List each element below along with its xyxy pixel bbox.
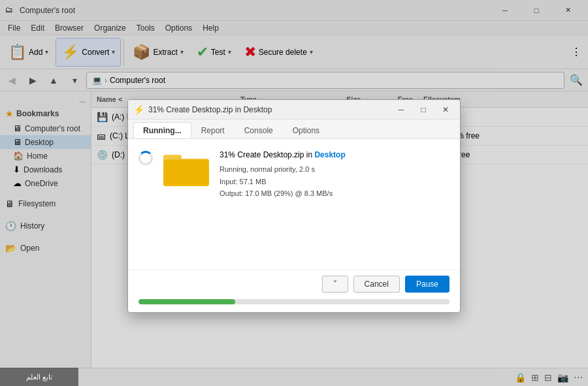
dialog-close-button[interactable]: ✕	[436, 101, 455, 118]
dialog-footer: ˅ Cancel Pause	[128, 270, 460, 312]
dialog-title-prefix: 31% Create Desktop.zip in	[220, 150, 314, 159]
collapse-button[interactable]: ˅	[322, 276, 348, 293]
dialog-title-link[interactable]: Desktop	[314, 150, 345, 159]
dialog-title-bar: ⚡ 31% Create Desktop.zip in Desktop ─ □ …	[128, 100, 460, 120]
watermark-text: تابع العلم	[26, 373, 52, 381]
pause-button[interactable]: Pause	[405, 276, 449, 293]
dialog-tab-options[interactable]: Options	[283, 122, 329, 138]
dialog-content: 31% Create Desktop.zip in Desktop Runnin…	[128, 139, 460, 270]
progress-spinner	[139, 151, 153, 165]
dialog-maximize-button[interactable]: □	[414, 101, 433, 118]
svg-rect-3	[166, 159, 209, 184]
dialog-minimize-button[interactable]: ─	[392, 101, 410, 118]
dialog-tab-console[interactable]: Console	[235, 122, 283, 138]
dialog-detail-1: Running, normal priority, 2.0 s	[220, 163, 449, 176]
folder-icon-large	[163, 150, 209, 189]
dialog-detail-3: Output: 17.0 MB (29%) @ 8.3 MB/s	[220, 187, 449, 200]
dialog-tab-report[interactable]: Report	[191, 122, 235, 138]
modal-overlay: ⚡ 31% Create Desktop.zip in Desktop ─ □ …	[0, 0, 588, 386]
dialog: ⚡ 31% Create Desktop.zip in Desktop ─ □ …	[127, 99, 461, 313]
dialog-title-text: 31% Create Desktop.zip in Desktop	[148, 105, 388, 114]
dialog-tab-running[interactable]: Running...	[133, 122, 191, 138]
dialog-tabs: Running... Report Console Options	[128, 120, 460, 139]
watermark: تابع العلم	[0, 368, 78, 386]
dialog-detail-2: Input: 57.1 MB	[220, 176, 449, 188]
dialog-progress-row: 31% Create Desktop.zip in Desktop Runnin…	[139, 150, 449, 200]
progress-bar-container	[139, 299, 449, 304]
dialog-actions: ˅ Cancel Pause	[139, 276, 449, 293]
progress-bar-fill	[139, 299, 235, 304]
dialog-app-icon: ⚡	[133, 105, 144, 115]
cancel-button[interactable]: Cancel	[353, 276, 400, 293]
dialog-info: 31% Create Desktop.zip in Desktop Runnin…	[220, 150, 449, 200]
dialog-title-line: 31% Create Desktop.zip in Desktop	[220, 150, 449, 159]
